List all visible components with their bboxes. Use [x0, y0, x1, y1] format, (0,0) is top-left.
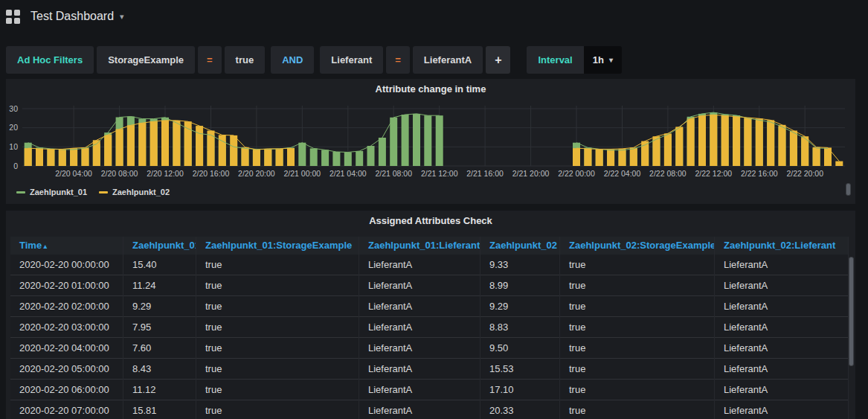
- svg-text:2/22 20:00: 2/22 20:00: [786, 169, 823, 178]
- filter2-operator[interactable]: =: [386, 46, 410, 74]
- column-header-time[interactable]: Time ▴: [10, 237, 123, 255]
- table-cell: true: [560, 400, 715, 419]
- chart-panel-title[interactable]: Attribute change in time: [6, 79, 855, 97]
- apps-grid-icon[interactable]: [6, 10, 20, 24]
- svg-text:2/22 00:00: 2/22 00:00: [558, 169, 595, 178]
- interval-value: 1h: [593, 54, 604, 65]
- svg-text:2/21 16:00: 2/21 16:00: [466, 169, 504, 178]
- filter1-key[interactable]: StorageExample: [97, 46, 195, 74]
- table-cell: true: [560, 296, 715, 317]
- table-cell: LieferantA: [715, 400, 849, 419]
- legend-item[interactable]: Zaehlpunkt_01: [16, 188, 87, 196]
- table-cell: 2020-02-20 06:00:00: [10, 380, 123, 400]
- table-cell: 2020-02-20 07:00:00: [10, 400, 123, 419]
- svg-text:2/20 16:00: 2/20 16:00: [193, 169, 230, 178]
- interval-dropdown[interactable]: 1h ▾: [584, 46, 622, 74]
- adhoc-filters-label: Ad Hoc Filters: [6, 46, 94, 74]
- table-cell: 8.43: [123, 359, 196, 380]
- dashboard-title[interactable]: Test Dashboard: [30, 10, 114, 23]
- table-cell: 9.29: [123, 296, 196, 317]
- table-cell: true: [196, 400, 359, 419]
- table-cell: LieferantA: [359, 380, 480, 400]
- table-cell: LieferantA: [359, 338, 480, 359]
- chart-scrollbar-thumb[interactable]: [846, 183, 851, 196]
- filter-condition[interactable]: AND: [271, 46, 314, 74]
- legend-item[interactable]: Zaehlpunkt_02: [99, 188, 170, 196]
- table-cell: LieferantA: [359, 255, 480, 275]
- table-cell: 2020-02-20 02:00:00: [10, 296, 123, 317]
- table-cell: true: [560, 275, 715, 296]
- table-cell: 15.53: [480, 359, 560, 380]
- table-cell: 2020-02-20 04:00:00: [10, 338, 123, 359]
- table-cell: 9.33: [480, 255, 560, 275]
- table-cell: 11.12: [123, 380, 196, 400]
- table-cell: 7.95: [123, 317, 196, 338]
- table-cell: true: [196, 380, 359, 400]
- table-cell: LieferantA: [715, 359, 849, 380]
- table-row: 2020-02-20 00:00:0015.40trueLieferantA9.…: [10, 255, 849, 275]
- column-header-zaehlpunkt-02-storageexample[interactable]: Zaehlpunkt_02:StorageExample: [560, 237, 715, 255]
- svg-text:2/21 20:00: 2/21 20:00: [512, 169, 550, 178]
- caret-down-icon[interactable]: ▾: [120, 12, 124, 22]
- column-header-zaehlpunkt-02[interactable]: Zaehlpunkt_02: [480, 237, 560, 255]
- table-row: 2020-02-20 02:00:009.29trueLieferantA9.2…: [10, 296, 849, 317]
- filter2-value[interactable]: LieferantA: [413, 46, 483, 74]
- svg-text:2/20 04:00: 2/20 04:00: [55, 169, 92, 178]
- svg-text:2/21 00:00: 2/21 00:00: [283, 169, 321, 178]
- top-nav: Test Dashboard ▾: [0, 0, 868, 33]
- table-cell: LieferantA: [715, 255, 849, 275]
- table-row: 2020-02-20 06:00:0011.12trueLieferantA17…: [10, 380, 849, 400]
- svg-text:2/22 16:00: 2/22 16:00: [741, 169, 778, 178]
- table-cell: true: [560, 255, 715, 275]
- table-header-row: Time ▴Zaehlpunkt_01Zaehlpunkt_01:Storage…: [10, 237, 849, 255]
- table-cell: true: [196, 255, 359, 275]
- table-cell: LieferantA: [715, 317, 849, 338]
- table-cell: 9.29: [480, 296, 560, 317]
- table-cell: 15.40: [123, 255, 196, 275]
- table-cell: true: [196, 359, 359, 380]
- svg-text:30: 30: [9, 104, 18, 113]
- filter1-value[interactable]: true: [225, 46, 266, 74]
- table-row: 2020-02-20 04:00:007.60trueLieferantA9.5…: [10, 338, 849, 359]
- column-header-zaehlpunkt-01-storageexample[interactable]: Zaehlpunkt_01:StorageExample: [196, 237, 359, 255]
- table-row: 2020-02-20 05:00:008.43trueLieferantA15.…: [10, 359, 849, 380]
- table-cell: LieferantA: [359, 400, 480, 419]
- table-scrollbar-thumb[interactable]: [849, 257, 854, 366]
- svg-text:2/20 20:00: 2/20 20:00: [238, 169, 275, 178]
- svg-text:2/21 04:00: 2/21 04:00: [329, 169, 367, 178]
- table-cell: LieferantA: [359, 296, 480, 317]
- caret-down-icon: ▾: [609, 56, 613, 64]
- submenu-bar: Ad Hoc Filters StorageExample = true AND…: [6, 46, 622, 74]
- table-body: 2020-02-20 00:00:0015.40trueLieferantA9.…: [10, 255, 849, 419]
- table-row: 2020-02-20 07:00:0015.81trueLieferantA20…: [10, 400, 849, 419]
- table-cell: true: [196, 338, 359, 359]
- legend-label: Zaehlpunkt_02: [112, 188, 170, 196]
- svg-text:2/21 08:00: 2/21 08:00: [375, 169, 412, 178]
- table-cell: LieferantA: [715, 380, 849, 400]
- add-filter-button[interactable]: +: [486, 46, 510, 74]
- series-yellow-swatch-icon: [99, 191, 108, 193]
- svg-text:2/22 04:00: 2/22 04:00: [604, 169, 641, 178]
- table-cell: LieferantA: [715, 275, 849, 296]
- table-cell: 8.99: [480, 275, 560, 296]
- column-header-zaehlpunkt-01-lieferant[interactable]: Zaehlpunkt_01:Lieferant: [359, 237, 480, 255]
- table-cell: 2020-02-20 01:00:00: [10, 275, 123, 296]
- filter1-operator[interactable]: =: [198, 46, 222, 74]
- series-green-swatch-icon: [16, 191, 25, 193]
- interval-control: Interval 1h ▾: [527, 46, 621, 74]
- column-header-zaehlpunkt-01[interactable]: Zaehlpunkt_01: [123, 237, 196, 255]
- table-panel-title[interactable]: Assigned Attributes Check: [6, 211, 855, 228]
- legend-label: Zaehlpunkt_01: [30, 188, 87, 196]
- time-series-chart[interactable]: 01020302/20 04:002/20 08:002/20 12:002/2…: [6, 97, 855, 201]
- table-cell: true: [560, 338, 715, 359]
- filter2-key[interactable]: Lieferant: [320, 46, 383, 74]
- svg-text:20: 20: [9, 123, 18, 132]
- table-cell: 2020-02-20 00:00:00: [10, 255, 123, 275]
- column-header-zaehlpunkt-02-lieferant[interactable]: Zaehlpunkt_02:Lieferant: [715, 237, 849, 255]
- table-cell: true: [560, 359, 715, 380]
- table-cell: LieferantA: [359, 275, 480, 296]
- table-panel: Assigned Attributes Check Time ▴Zaehlpun…: [6, 211, 855, 419]
- table-cell: 2020-02-20 03:00:00: [10, 317, 123, 338]
- table-cell: LieferantA: [715, 338, 849, 359]
- svg-text:2/22 12:00: 2/22 12:00: [695, 169, 732, 178]
